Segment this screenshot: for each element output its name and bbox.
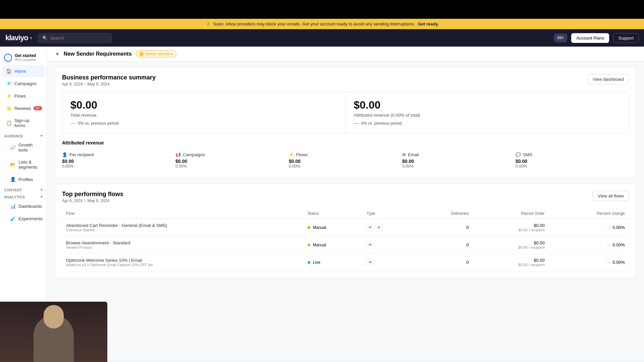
campaigns-icon: 📢 bbox=[175, 152, 181, 157]
email-icon: ✉ bbox=[402, 152, 406, 157]
flow-status: Manual bbox=[308, 243, 359, 247]
attributed-revenue-value: $0.00 bbox=[354, 99, 621, 111]
top-flows-header: Top performing flows Apr 6, 2024 – May 6… bbox=[62, 191, 629, 203]
chevron-icon: ▾ bbox=[41, 134, 43, 138]
sidebar-item-signup-forms[interactable]: 📋 Sign-up forms bbox=[2, 115, 45, 131]
collapsed-title: New Sender Requirements bbox=[64, 51, 132, 57]
flows-icon: ⚡ bbox=[6, 93, 12, 99]
placed-order-cell: $0.00 $0.00 / recipient bbox=[477, 223, 545, 232]
search-input[interactable] bbox=[50, 36, 107, 41]
main-content: ▼ New Sender Requirements 🟡 Needs attent… bbox=[47, 47, 644, 360]
pct-change-cell: — 0.00% bbox=[553, 225, 625, 230]
type-icons: ✉ bbox=[366, 241, 412, 249]
type-icons: ✉ ⊘ bbox=[366, 224, 412, 231]
total-revenue-value: $0.00 bbox=[70, 99, 337, 111]
total-revenue-change: — 0% vs. previous period bbox=[70, 120, 337, 126]
attributed-row: 👤 Per recipient $0.00 0.00% 📢 Campaigns … bbox=[62, 149, 629, 171]
sidebar-section-content[interactable]: Content ▾ bbox=[0, 186, 47, 193]
sidebar-get-started[interactable]: ○ Get started 45% complete bbox=[0, 51, 47, 65]
business-performance-header: Business performance summary Apr 6, 2024… bbox=[62, 74, 629, 86]
total-revenue-cell: $0.00 Total revenue — 0% vs. previous pe… bbox=[62, 92, 346, 133]
alert-link[interactable]: Get ready. bbox=[418, 21, 439, 26]
webcam-person bbox=[0, 302, 107, 360]
placed-order-cell: $0.00 $0.00 / recipient bbox=[477, 258, 545, 267]
flow-name[interactable]: Optimonk Welcome Series 10% | Email bbox=[66, 258, 300, 263]
flow-status: Manual bbox=[308, 225, 359, 230]
signup-icon: 📋 bbox=[6, 120, 12, 126]
support-button[interactable]: Support bbox=[613, 33, 639, 43]
email-type-icon: ✉ bbox=[366, 241, 374, 249]
sidebar-item-flows[interactable]: ⚡ Flows bbox=[2, 90, 45, 102]
per-recipient-icon: 👤 bbox=[62, 152, 67, 157]
header-right: 99+ Account Plans Support bbox=[554, 33, 639, 43]
email-type-icon: ✉ bbox=[366, 259, 374, 266]
sidebar-item-growth-tools[interactable]: 📈 Growth tools bbox=[2, 139, 45, 156]
sidebar-section-audience[interactable]: Audience ▾ bbox=[0, 132, 47, 139]
sidebar-item-label: Growth tools bbox=[18, 142, 41, 153]
sidebar-item-label: Home bbox=[14, 69, 26, 74]
top-flows-card: Top performing flows Apr 6, 2024 – May 6… bbox=[55, 184, 636, 278]
sidebar-item-label: Reviews bbox=[14, 106, 31, 111]
attributed-revenue-label: Attributed revenue (0.00% of total) bbox=[354, 113, 621, 118]
attributed-section: Attributed revenue 👤 Per recipient $0.00… bbox=[62, 140, 629, 171]
webcam-overlay bbox=[0, 302, 107, 360]
view-dashboard-button[interactable]: View dashboard bbox=[588, 74, 629, 84]
col-percent-change: Percent change bbox=[549, 208, 629, 219]
flow-name[interactable]: Browse Abandonment - Standard bbox=[66, 240, 300, 245]
campaigns-icon: 📧 bbox=[6, 81, 12, 86]
pct-change-cell: — 0.00% bbox=[553, 242, 625, 247]
business-performance-title: Business performance summary bbox=[62, 74, 156, 81]
attributed-title: Attributed revenue bbox=[62, 140, 629, 145]
table-row: Optimonk Welcome Series 10% | Email Adde… bbox=[62, 254, 629, 271]
sidebar-item-profiles[interactable]: 👤 Profiles bbox=[2, 173, 45, 185]
status-dot bbox=[308, 226, 310, 229]
col-flow: Flow bbox=[62, 208, 304, 219]
attributed-email: ✉ Email $0.00 0.00% bbox=[402, 149, 516, 171]
email-type-icon: ✉ bbox=[366, 224, 374, 231]
attributed-per-recipient: 👤 Per recipient $0.00 0.00% bbox=[62, 149, 175, 171]
attention-dot: 🟡 bbox=[139, 52, 144, 56]
reviews-icon: ⭐ bbox=[6, 106, 12, 111]
view-all-flows-button[interactable]: View all flows bbox=[593, 191, 629, 201]
sidebar-item-home[interactable]: 🏠 Home bbox=[2, 65, 45, 77]
attributed-campaigns: 📢 Campaigns $0.00 0.00% bbox=[175, 149, 289, 171]
app-header: klaviyo▼ 🔍 99+ Account Plans Support bbox=[0, 29, 644, 47]
sidebar-section-analytics[interactable]: Analytics ▾ bbox=[0, 193, 47, 200]
sidebar-item-experiments[interactable]: 🧪 Experiments bbox=[2, 213, 45, 225]
flows-table: Flow Status Type Deliveries Placed Order… bbox=[62, 208, 629, 271]
search-bar[interactable]: 🔍 bbox=[38, 33, 112, 43]
flow-status: Live bbox=[308, 260, 359, 265]
search-icon: 🔍 bbox=[42, 36, 48, 41]
get-started-title: Get started bbox=[15, 53, 36, 58]
dash-icon: — bbox=[354, 120, 359, 126]
top-black-bar bbox=[0, 0, 644, 19]
flow-name[interactable]: Abandoned Cart Reminder - General (Email… bbox=[66, 223, 300, 228]
experiments-icon: 🧪 bbox=[10, 216, 16, 221]
reviews-badge: 99+ bbox=[34, 106, 42, 110]
flow-sub: Added to e2 // Optimonk Email Capture 10… bbox=[66, 263, 300, 267]
flow-sub: Viewed Product bbox=[66, 245, 300, 249]
sidebar-item-lists-segments[interactable]: 📂 Lists & segments bbox=[2, 156, 45, 173]
needs-attention-badge: 🟡 Needs attention bbox=[136, 51, 176, 57]
dash-icon: — bbox=[70, 120, 76, 126]
pct-change-cell: — 0.00% bbox=[553, 260, 625, 265]
col-status: Status bbox=[304, 208, 363, 219]
top-flows-date: Apr 6, 2024 – May 6, 2024 bbox=[62, 198, 123, 203]
sms-type-icon: ⊘ bbox=[375, 224, 382, 231]
deliveries-cell: 0 bbox=[416, 236, 473, 254]
sidebar-item-campaigns[interactable]: 📧 Campaigns bbox=[2, 77, 45, 89]
top-flows-title: Top performing flows bbox=[62, 191, 123, 198]
sidebar-item-label: Sign-up forms bbox=[14, 118, 41, 128]
person-head bbox=[44, 305, 64, 328]
chevron-icon: ▾ bbox=[41, 188, 43, 192]
sidebar-item-dashboards[interactable]: 📊 Dashboards bbox=[2, 200, 45, 212]
sidebar-item-label: Experiments bbox=[18, 216, 43, 221]
account-plans-button[interactable]: Account Plans bbox=[571, 33, 609, 43]
attributed-flows: ⚡ Flows $0.00 0.00% bbox=[289, 149, 402, 171]
collapsed-sender-requirements[interactable]: ▼ New Sender Requirements 🟡 Needs attent… bbox=[47, 47, 644, 62]
flow-sub: Checkout Started bbox=[66, 228, 300, 232]
sidebar-item-reviews[interactable]: ⭐ Reviews 99+ bbox=[2, 102, 45, 114]
notification-icon[interactable]: 99+ bbox=[554, 34, 567, 42]
alert-icon: ⚠️ bbox=[205, 21, 211, 26]
business-performance-card: Business performance summary Apr 6, 2024… bbox=[55, 67, 636, 178]
